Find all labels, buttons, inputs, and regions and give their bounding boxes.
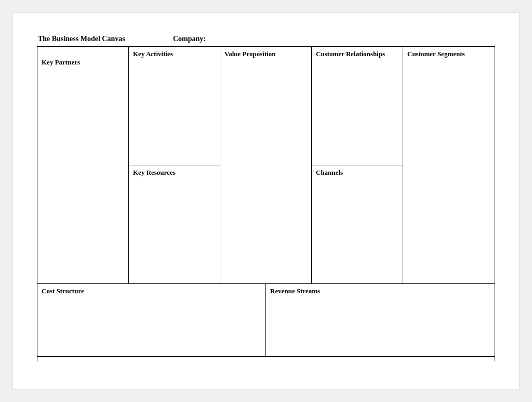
cell-customer-segments: Customer Segments (403, 47, 495, 283)
cell-revenue-streams: Revenue Streams (266, 284, 495, 356)
label-key-resources: Key Resources (129, 165, 220, 180)
cell-key-resources: Key Resources (129, 165, 220, 283)
label-key-partners: Key Partners (37, 47, 128, 70)
col-activities-resources: Key Activities Key Resources (129, 47, 220, 283)
label-value-proposition: Value Proposition (220, 47, 311, 62)
canvas-footer-edge (37, 356, 495, 361)
canvas-header: The Business Model Canvas Company: (37, 35, 495, 43)
col-relationships-channels: Customer Relationships Channels (312, 47, 403, 283)
label-revenue-streams: Revenue Streams (266, 284, 495, 299)
label-key-activities: Key Activities (129, 47, 220, 62)
canvas-top-grid: Key Partners Key Activities Key Resource… (37, 47, 495, 283)
document-page: The Business Model Canvas Company: Key P… (12, 12, 520, 390)
label-customer-relationships: Customer Relationships (312, 47, 403, 62)
label-customer-segments: Customer Segments (403, 47, 495, 62)
canvas-title: The Business Model Canvas (38, 35, 173, 43)
company-label: Company: (173, 35, 206, 43)
business-model-canvas: Key Partners Key Activities Key Resource… (37, 46, 495, 357)
cell-cost-structure: Cost Structure (37, 284, 266, 356)
cell-customer-relationships: Customer Relationships (312, 47, 403, 165)
cell-value-proposition: Value Proposition (220, 47, 312, 283)
cell-key-partners: Key Partners (37, 47, 129, 283)
cell-channels: Channels (312, 165, 403, 283)
canvas-bottom-grid: Cost Structure Revenue Streams (37, 283, 495, 356)
label-channels: Channels (312, 165, 403, 180)
label-cost-structure: Cost Structure (37, 284, 265, 299)
cell-key-activities: Key Activities (129, 47, 220, 165)
